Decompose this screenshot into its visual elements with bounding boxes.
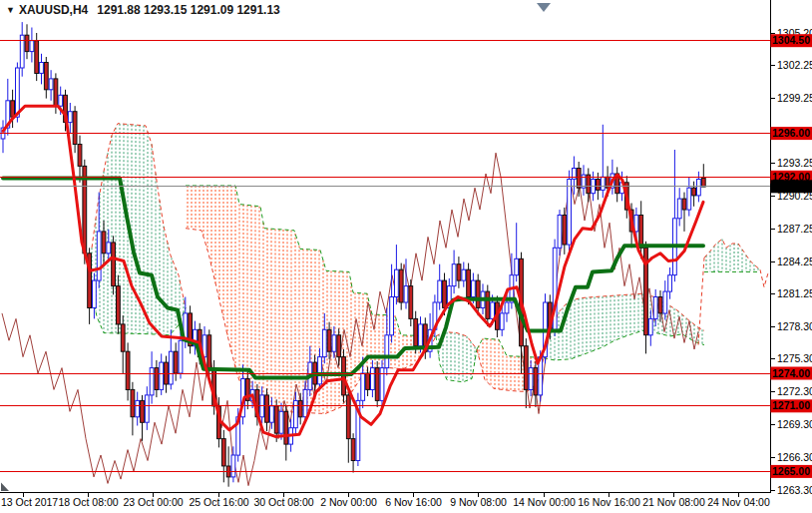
ohlc-quote-label: 1291.88 1293.15 1291.09 1291.13	[97, 3, 280, 17]
price-axis[interactable]	[770, 0, 812, 492]
axes: 1305.201302.251299.251293.251290.251287.…	[0, 0, 812, 513]
chevron-down-icon[interactable]: ▼	[6, 5, 15, 15]
time-axis[interactable]	[0, 492, 770, 513]
ichimoku-cloud	[92, 124, 768, 414]
price-chart-canvas[interactable]: 1305.201302.251299.251293.251290.251287.…	[0, 0, 812, 513]
candlestick-series	[1, 22, 705, 487]
symbol-period-label: XAUUSD,H4	[19, 3, 88, 17]
down-arrow-marker[interactable]	[537, 3, 551, 12]
scroll-corner-marker[interactable]	[1, 483, 9, 492]
chart-title: ▼XAUUSD,H41291.88 1293.15 1291.09 1291.1…	[6, 3, 280, 17]
mt4-chart-window: 1305.201302.251299.251293.251290.251287.…	[0, 0, 812, 513]
